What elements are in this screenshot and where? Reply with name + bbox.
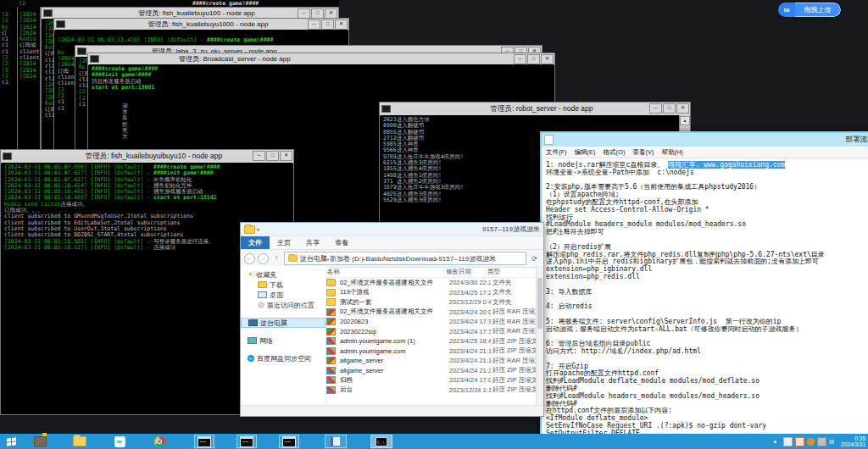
tab-共享[interactable]: 共享 xyxy=(298,236,327,249)
file-row[interactable]: 02_环境文件服务器搭建相关文件2024/3/30 22:26文件夹 xyxy=(326,278,537,288)
sidebar-item-桌面[interactable]: 桌面 xyxy=(241,290,326,300)
sidebar-item-网络[interactable]: 网络 xyxy=(241,335,326,346)
window-titlebar[interactable]: ▾ 9157--119游戏游米 xyxy=(241,223,543,236)
scrollbar[interactable] xyxy=(536,266,543,406)
sidebar-item-label: 最近访问的位置 xyxy=(267,301,314,310)
close-button[interactable]: ✕ xyxy=(280,151,292,161)
taskbar-clock[interactable]: 0:35 2024/3/31 xyxy=(841,435,865,448)
chrome-button[interactable] xyxy=(150,435,169,448)
file-row[interactable]: admin.youmigame.com (1)2023/4/25 18:40好压… xyxy=(326,336,537,346)
file-name: admin.youmigame.com (1) xyxy=(338,337,448,345)
column-header-名称[interactable]: 名称 xyxy=(326,266,444,277)
file-date: 2023/12/29 0:44 xyxy=(448,298,491,306)
baidu-netdisk-upload-pill[interactable]: ∞ 拖拽上传 xyxy=(778,3,841,17)
file-row[interactable]: allgame_server2023/4/24 21:19好压 RAR 压缩文件 xyxy=(326,356,537,366)
minimize-button[interactable]: ─ xyxy=(514,54,526,64)
file-row[interactable]: 测试的一套2023/12/29 0:44文件夹 xyxy=(326,297,537,308)
breadcrumb[interactable]: 这台电脑▸新加卷 (D:)▸BaiduNetdiskDownload▸9157-… xyxy=(284,252,526,265)
file-explorer-button[interactable] xyxy=(70,435,89,448)
file-list: 名称修改日期类型 02_环境文件服务器搭建相关文件2024/3/30 22:26… xyxy=(326,266,537,406)
file-type: 好压 RAR 压缩文件 xyxy=(491,327,537,335)
file-row[interactable]: 02_环境文件服务器搭建相关文件2023/4/24 20:06好压 RAR 压缩… xyxy=(326,308,537,318)
tray-doc-red-icon[interactable] xyxy=(795,437,804,446)
open-window-button-2[interactable] xyxy=(236,435,257,448)
maximize-button[interactable]: □ xyxy=(663,103,676,114)
menu-item[interactable]: 帮助(H) xyxy=(661,148,682,157)
tray-expand-icon[interactable]: ▲ xyxy=(772,439,777,444)
background-console-strip: [2024[2024[2024[2024Redis订阅成clientclient… xyxy=(18,7,41,149)
file-row[interactable]: allgame_server2023/4/24 21:22好压 ZIP 压缩文件 xyxy=(326,366,537,376)
window-titlebar[interactable]: 管理员: fish_kuailebuyu1000 - node app ─□✕ xyxy=(54,19,348,30)
forward-button[interactable]: → xyxy=(258,253,269,264)
open-window-button-1[interactable] xyxy=(194,435,214,448)
maximize-button[interactable]: □ xyxy=(266,151,279,161)
background-console-strip: [2 ####create game!#### xyxy=(0,0,339,7)
column-header-类型[interactable]: 类型 xyxy=(486,266,537,277)
tab-主页[interactable]: 主页 xyxy=(270,236,298,249)
active-console-button[interactable]: C:\ xyxy=(370,435,392,448)
column-headers[interactable]: 名称修改日期类型 xyxy=(326,266,537,278)
scroll-up-icon[interactable]: ▲ xyxy=(680,116,690,125)
tray-orange-icon[interactable] xyxy=(807,438,815,446)
tray-gray-icon[interactable] xyxy=(817,437,826,446)
file-row[interactable]: admin.youmigame.com2023/4/24 21:19好压 ZIP… xyxy=(326,346,537,357)
sidebar-item-下载[interactable]: 下载 xyxy=(241,280,326,290)
chevron-down-icon[interactable]: ▾ xyxy=(257,226,259,232)
folder-icon xyxy=(73,436,86,446)
back-button[interactable]: ← xyxy=(244,253,255,264)
menu-item[interactable]: 格式(O) xyxy=(604,148,626,157)
window-thumbnail-icon xyxy=(198,436,211,447)
tab-文件[interactable]: 文件 xyxy=(241,236,270,249)
zip-icon xyxy=(326,337,336,345)
console-line: 订 xyxy=(2,28,17,34)
server-manager-button[interactable] xyxy=(31,435,49,448)
menu-item[interactable]: 文件(F) xyxy=(546,148,567,157)
file-row[interactable]: 后台2023/12/24 1:16好压 ZIP 压缩文件 xyxy=(326,385,537,396)
notepad-text-area[interactable]: 1: nodejs.rar解压缩至c盘根目录。 嘎嘎汇享. www.gagahu… xyxy=(542,159,868,435)
notepad-button[interactable] xyxy=(325,435,347,448)
breadcrumb-segment[interactable]: BaiduNetdiskDownload xyxy=(366,255,437,263)
close-button[interactable]: ✕ xyxy=(676,103,689,114)
file-row[interactable]: 202208232023/4/24 17:34好压 RAR 压缩文件 xyxy=(326,317,537,327)
computer-icon xyxy=(248,319,258,326)
open-window-button-3[interactable] xyxy=(279,435,299,448)
drag-upload-button[interactable]: 拖拽上传 xyxy=(795,3,841,17)
file-row[interactable]: 20230222sql2023/4/24 17:34好压 RAR 压缩文件 xyxy=(326,327,537,337)
sidebar-item-百度网盘同步空间[interactable]: ∞百度网盘同步空间 xyxy=(241,353,326,363)
menu-item[interactable]: 编辑(E) xyxy=(575,148,596,157)
maximize-button[interactable]: □ xyxy=(527,54,540,64)
breadcrumb-segment[interactable]: 这台电脑 xyxy=(300,255,327,263)
file-row[interactable]: 119个游戏2023/4/25 17:24文件夹 xyxy=(326,288,537,298)
minimize-button[interactable]: ─ xyxy=(649,103,662,114)
tray-m-icon[interactable]: M xyxy=(829,438,834,446)
file-type: 好压 ZIP 压缩文件 xyxy=(491,337,537,346)
console-line: 消息推送服务器启动 xyxy=(92,79,554,85)
window-titlebar[interactable]: 管理员: fish_kuailebuyuibuyu10 - node app ─… xyxy=(1,150,293,164)
breadcrumb-segment[interactable]: 新加卷 (D:) xyxy=(330,255,364,263)
baidu-netdisk-button[interactable]: ∞ xyxy=(110,435,129,448)
maximize-button[interactable]: □ xyxy=(321,19,334,30)
window-titlebar[interactable]: 部署流程2021 xyxy=(542,133,868,147)
tab-查看[interactable]: 查看 xyxy=(327,236,356,249)
window-titlebar[interactable]: 管理员: Broadcast_server - node app ─□✕ xyxy=(88,53,554,65)
start-button[interactable] xyxy=(1,435,21,448)
close-button[interactable]: ✕ xyxy=(541,54,554,64)
menu-item[interactable]: 查看(V) xyxy=(632,148,654,157)
notepad-line: 3: 导入数据库 xyxy=(546,289,868,297)
refresh-icon[interactable]: ⟳ xyxy=(529,253,540,264)
minimize-button[interactable]: ─ xyxy=(253,151,265,161)
sidebar-item-最近访问的位置[interactable]: 最近访问的位置 xyxy=(241,300,326,310)
close-button[interactable]: ✕ xyxy=(335,19,348,30)
breadcrumb-segment[interactable]: 9157--119游戏游米 xyxy=(438,255,496,263)
column-header-修改日期[interactable]: 修改日期 xyxy=(444,266,486,277)
sidebar-item-label: 百度网盘同步空间 xyxy=(257,354,311,363)
sidebar-item-这台电脑[interactable]: 这台电脑 xyxy=(241,318,326,328)
up-button[interactable]: ↑ xyxy=(271,253,281,263)
window-titlebar[interactable]: 管理员: robot_server - node app ─□✕ xyxy=(380,103,690,116)
file-name: 119个游戏 xyxy=(338,288,448,297)
file-row[interactable]: 归档2023/4/24 17:06好压 ZIP 压缩文件 xyxy=(326,375,537,385)
sidebar-item-收藏夹[interactable]: ★收藏夹 xyxy=(241,269,326,280)
notepad-icon xyxy=(544,135,554,145)
tray-doc-blue-icon[interactable] xyxy=(783,437,793,446)
minimize-button[interactable]: ─ xyxy=(308,19,320,30)
